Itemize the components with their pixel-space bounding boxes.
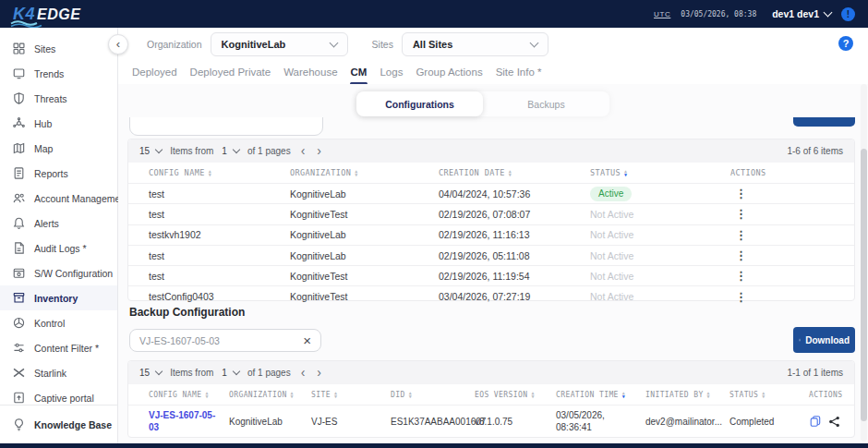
collapse-sidebar-button[interactable]: ‹: [108, 34, 128, 54]
section-tabs: Deployed Deployed Private Warehouse CM L…: [118, 60, 868, 85]
cell-creation-date: 02/19/2026, 11:19:54: [439, 271, 590, 282]
column-header-creation-date[interactable]: CREATION DATE▲▼: [439, 168, 590, 177]
cell-config-name: test: [149, 271, 290, 282]
copy-icon[interactable]: [809, 415, 822, 428]
report-icon: [12, 166, 26, 180]
segment-configurations[interactable]: Configurations: [356, 91, 483, 116]
sidebar-item-knowledge-base[interactable]: Knowledge Base: [0, 412, 117, 437]
cell-config-name: testkvh1902: [149, 229, 290, 240]
config-table-row: test KognitiveTest 02/19/2026, 11:19:54 …: [128, 265, 854, 285]
next-page-button[interactable]: ›: [315, 366, 323, 379]
brand-logo[interactable]: K4 EDGE: [13, 5, 80, 24]
sidebar-item-audit-logs[interactable]: Audit Logs *: [0, 236, 117, 260]
organization-select[interactable]: KognitiveLab: [211, 32, 348, 56]
sidebar-item-sw-configuration[interactable]: S/W Configuration: [0, 260, 117, 285]
user-name: dev1 dev1: [772, 8, 819, 19]
column-header-config-name[interactable]: CONFIG NAME▲▼: [149, 391, 229, 399]
sidebar-item-starlink[interactable]: Starlink: [0, 360, 117, 385]
software-config-icon: [12, 266, 26, 280]
sidebar-footer: Knowledge Base: [0, 405, 117, 443]
primary-action-button[interactable]: [793, 117, 855, 127]
sort-icon: ▲▼: [334, 391, 337, 399]
column-header-organization[interactable]: ORGANIZATION▲▼: [290, 168, 439, 177]
cell-status: Completed: [729, 417, 809, 427]
column-header-organization[interactable]: ORGANIZATION▲▼: [229, 391, 311, 399]
row-actions-menu[interactable]: ⋮: [730, 248, 752, 262]
tab-cm[interactable]: CM: [350, 60, 368, 84]
sidebar-item-hub[interactable]: Hub: [0, 111, 117, 136]
help-icon[interactable]: ?: [838, 36, 853, 51]
cell-creation-date: 04/04/2024, 10:57:36: [439, 188, 590, 200]
column-header-config-name[interactable]: CONFIG NAME▲▼: [149, 168, 290, 177]
backup-search-input[interactable]: VJ-ES-1607-05-03 ×: [129, 329, 321, 352]
config-table-row: testConfig0403 KognitiveTest 03/04/2026,…: [128, 285, 854, 306]
prev-page-button[interactable]: ‹: [299, 144, 307, 157]
status-text: Not Active: [590, 209, 730, 220]
column-header-status[interactable]: STATUS▲▼: [729, 391, 809, 399]
download-button[interactable]: Download: [793, 327, 855, 353]
sidebar-item-content-filter[interactable]: Content Filter *: [0, 335, 117, 360]
config-table-row: test KognitiveTest 02/19/2026, 07:08:07 …: [128, 203, 854, 224]
column-header-actions: ACTIONS: [809, 391, 854, 399]
cell-config-name: testConfig0403: [149, 291, 290, 302]
column-header-did[interactable]: DID▲▼: [391, 391, 475, 399]
page-number-select[interactable]: 1: [222, 368, 239, 378]
row-actions-menu[interactable]: ⋮: [730, 290, 752, 304]
column-header-status[interactable]: STATUS▲▼: [590, 168, 730, 177]
tab-deployed[interactable]: Deployed: [131, 60, 178, 84]
cell-creation-date: 03/04/2026, 07:27:19: [439, 291, 590, 302]
sidebar-item-account-management[interactable]: Account Management: [0, 186, 117, 211]
chevron-down-icon: [155, 368, 163, 375]
content-scrollbar[interactable]: [861, 84, 867, 442]
items-range-label: 1-1 of 1 items: [787, 368, 843, 378]
page-number-select[interactable]: 1: [222, 146, 239, 156]
row-actions-menu[interactable]: ⋮: [730, 207, 752, 221]
sidebar-item-reports[interactable]: Reports: [0, 161, 117, 186]
scrollbar-thumb[interactable]: [861, 149, 867, 421]
sidebar-item-threats[interactable]: Threats: [0, 86, 117, 111]
column-header-initiated-by[interactable]: INITIATED BY▲▼: [645, 391, 729, 399]
user-menu[interactable]: dev1 dev1: [772, 8, 831, 19]
column-header-creation-time[interactable]: CREATION TIME▲▼: [556, 391, 645, 399]
sidebar-item-sites[interactable]: Sites: [0, 36, 117, 61]
row-actions-menu[interactable]: ⋮: [730, 228, 752, 242]
download-icon: [799, 335, 801, 345]
sort-icon: ▲▼: [205, 391, 208, 399]
prev-page-button[interactable]: ‹: [299, 366, 307, 379]
utc-toggle[interactable]: UTC: [654, 10, 670, 18]
share-icon[interactable]: [828, 416, 840, 428]
grid-icon: [12, 42, 26, 55]
sidebar-item-map[interactable]: Map: [0, 136, 117, 161]
status-badge-active: Active: [590, 187, 632, 201]
column-header-site[interactable]: SITE▲▼: [311, 391, 391, 399]
sidebar-item-alerts[interactable]: Alerts: [0, 211, 117, 236]
sidebar-item-trends[interactable]: Trends: [0, 61, 117, 86]
shield-icon: [12, 91, 26, 105]
backup-table-pagination: 15 Items from 1 of 1 pages ‹ › 1-1 of 1 …: [128, 361, 854, 384]
knowledge-base-icon: [12, 418, 26, 431]
chevron-down-icon: [233, 146, 240, 153]
notification-badge-icon[interactable]: !: [841, 7, 855, 21]
sites-select[interactable]: All Sites: [402, 32, 549, 56]
clear-search-icon[interactable]: ×: [303, 333, 311, 347]
row-actions-menu[interactable]: ⋮: [730, 269, 752, 283]
page-size-select[interactable]: 15: [139, 146, 162, 156]
row-actions-menu[interactable]: ⋮: [730, 187, 752, 200]
next-page-button[interactable]: ›: [315, 144, 323, 157]
cell-config-name-link[interactable]: VJ-ES-1607-05-03: [149, 409, 229, 434]
tab-logs[interactable]: Logs: [379, 60, 404, 84]
tab-deployed-private[interactable]: Deployed Private: [189, 60, 272, 84]
tab-site-info[interactable]: Site Info *: [495, 60, 543, 84]
sidebar-item-kontrol[interactable]: Kontrol: [0, 310, 117, 335]
segment-backups[interactable]: Backups: [483, 91, 609, 116]
config-search-input[interactable]: [129, 117, 323, 136]
sidebar-item-inventory[interactable]: Inventory: [0, 285, 117, 310]
column-header-actions: ACTIONS: [730, 168, 854, 177]
page-size-select[interactable]: 15: [139, 368, 162, 378]
hub-icon: [12, 116, 26, 130]
bell-icon: [12, 216, 26, 230]
column-header-eos-version[interactable]: EOS VERSION▲▼: [475, 391, 556, 399]
tab-group-actions[interactable]: Group Actions: [415, 60, 483, 84]
sidebar-nav: Sites Trends Threats Hub Map Reports Acc…: [0, 28, 118, 443]
tab-warehouse[interactable]: Warehouse: [283, 60, 338, 84]
